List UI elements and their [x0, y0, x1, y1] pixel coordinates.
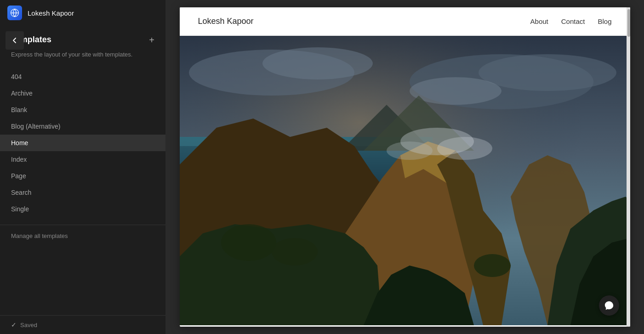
site-name: Lokesh Kapoor — [198, 17, 254, 26]
hero-image — [180, 36, 630, 325]
template-item-404[interactable]: 404 — [0, 68, 165, 85]
template-item-page[interactable]: Page — [0, 168, 165, 184]
svg-point-25 — [437, 137, 492, 160]
sidebar-back-button[interactable] — [6, 31, 24, 50]
sidebar-header: Templates + — [0, 35, 165, 50]
site-nav: About Contact Blog — [530, 17, 612, 25]
svg-point-6 — [479, 54, 616, 91]
sidebar-description: Express the layout of your site with tem… — [0, 50, 165, 68]
nav-blog[interactable]: Blog — [598, 17, 611, 25]
site-header: Lokesh Kapoor About Contact Blog — [180, 7, 630, 36]
template-item-home[interactable]: Home — [0, 135, 165, 151]
sidebar-content: Templates + Express the layout of your s… — [0, 26, 165, 315]
sidebar-footer: ✓ Saved — [0, 315, 165, 334]
svg-marker-17 — [180, 224, 382, 325]
preview-frame: Lokesh Kapoor About Contact Blog — [180, 7, 630, 327]
svg-point-21 — [221, 224, 276, 261]
app-title: Lokesh Kapoor — [28, 9, 74, 17]
add-template-button[interactable]: + — [149, 35, 154, 45]
saved-status: Saved — [20, 322, 37, 328]
scrollbar-thumb[interactable] — [627, 9, 630, 37]
nav-about[interactable]: About — [530, 17, 548, 25]
template-item-blog-alternative[interactable]: Blog (Alternative) — [0, 118, 165, 135]
template-item-index[interactable]: Index — [0, 151, 165, 168]
preview-scrollbar[interactable] — [627, 7, 630, 327]
sidebar-divider — [0, 225, 165, 225]
svg-point-23 — [474, 254, 511, 277]
svg-point-4 — [262, 47, 373, 79]
app-logo[interactable] — [7, 6, 22, 20]
template-item-single[interactable]: Single — [0, 201, 165, 217]
saved-check-icon: ✓ — [11, 321, 17, 328]
svg-point-22 — [272, 238, 318, 266]
template-item-blank[interactable]: Blank — [0, 102, 165, 118]
template-list: 404ArchiveBlankBlog (Alternative)HomeInd… — [0, 68, 165, 217]
template-item-search[interactable]: Search — [0, 184, 165, 201]
chat-button[interactable] — [599, 295, 619, 316]
template-item-archive[interactable]: Archive — [0, 85, 165, 102]
nav-contact[interactable]: Contact — [561, 17, 585, 25]
sidebar: Templates + Express the layout of your s… — [0, 0, 165, 334]
preview-area: Lokesh Kapoor About Contact Blog — [165, 0, 644, 334]
svg-point-26 — [387, 142, 433, 160]
manage-templates-link[interactable]: Manage all templates — [0, 232, 165, 247]
top-bar: Lokesh Kapoor — [0, 0, 165, 26]
